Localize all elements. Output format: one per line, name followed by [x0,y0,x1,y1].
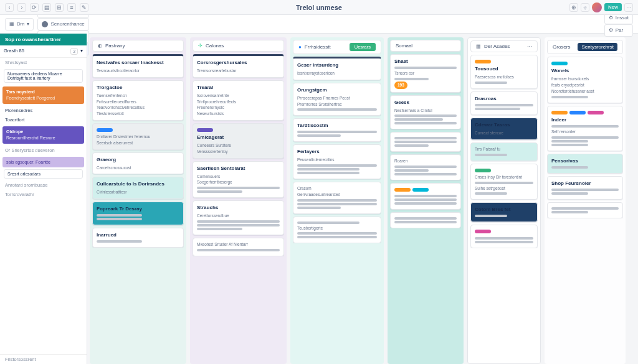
card[interactable]: Cnses Insy Bir farestontintSulhe setrgeb… [470,164,538,200]
column-header[interactable]: ◐Pastrany [92,40,184,52]
new-button[interactable]: New [604,3,622,11]
nav-back-icon[interactable]: ‹ [5,3,14,12]
card[interactable]: Cullcarstule to Is DorirsndesCiriniessrb… [92,177,184,199]
user-avatar[interactable] [592,2,602,12]
card[interactable]: CrasomGerrvraadesuntrearsted [293,182,381,214]
column-header[interactable]: ●FrrhsidessttUesrars [293,40,381,54]
card-line: Neseurhursisis [197,111,280,117]
card[interactable]: FerlayersPeusentirdenrecrtins [293,144,381,179]
card[interactable]: Cdewar TasrasConract stercoe [470,118,538,140]
sidebar-link[interactable]: Torrsrovarathr [0,190,87,199]
column-header[interactable]: ✣Calonas [193,40,284,52]
column-body: Geser IntsurdengIssnberraystosericenOrun… [293,57,381,243]
card[interactable]: Dnrtiarer Drsresimer fenernouSeerisch at… [92,123,184,150]
card[interactable]: Geser IntsurdengIssnberraystosericen [293,57,381,80]
card[interactable]: Trrs Patsraf fu [470,142,538,161]
card[interactable]: Wonelsframsser tsursdoxetsfeuts eryoctpe… [547,57,623,103]
toolbar-icon[interactable]: ⊞ [55,3,64,12]
card[interactable]: OrungstgemPrnsccerapas Frrarnes PeostPre… [293,83,381,116]
card[interactable]: Teusbertigerte [293,217,381,244]
filter-pill[interactable]: Senorenthance [37,18,88,30]
text-placeholder [297,203,377,205]
card[interactable]: ShaatTsreors cor193 [390,54,461,93]
column-title: Grosers [553,44,570,50]
sidebar-tile[interactable]: OtdropeResrourrilherchd Resrore [2,126,84,144]
card[interactable]: Mkeotest Srtuder Af Nientarr [193,238,284,256]
card[interactable]: Roaren [390,154,461,180]
card[interactable]: EmicageratConeeers SurdtereVenssscrerten… [193,123,284,159]
board[interactable]: ◐PastranyNestvafes sorsaer InackesstTesn… [87,34,638,364]
card-label [588,111,604,114]
column-header[interactable]: ▦Der Asades⋯ [470,40,538,52]
notifications-icon[interactable]: ☼ [581,3,589,12]
card[interactable] [390,212,461,228]
card-line: Trirtlprocrehrecutfects [197,99,280,105]
nav-forward-icon[interactable]: › [17,3,26,12]
sidebar-tile[interactable]: Tars noysterdFeendryscatett Pocgered [2,86,84,104]
card[interactable]: GeeskNesfserhars a Cimtol [390,95,461,130]
card[interactable]: Drasroas [470,91,538,115]
card[interactable]: Cotom Bres fet [470,202,538,222]
card[interactable] [470,225,538,248]
card[interactable]: TrearalIscrovensanretnteTrirtlprocrehrec… [193,80,284,121]
card-title: Indeer [551,116,619,124]
card-line: Peusentirdenrecrtins [297,157,377,163]
text-placeholder [394,141,457,143]
card[interactable]: CorsrosgershursalesTremsorsnearlebustar [193,54,284,78]
text-placeholder [394,144,429,147]
card-title: Geser Intsurdeng [297,62,377,69]
text-placeholder [475,82,507,84]
text-placeholder [297,199,377,202]
card[interactable]: TousouedPaesrescss motiolses [470,55,538,89]
text-placeholder [551,96,588,98]
apps-icon[interactable]: ⊕ [569,3,578,12]
column-action[interactable]: Uesrars [350,43,376,51]
column-header[interactable]: GrosersSentysrorchrst [547,40,623,54]
column-action[interactable]: Sentysrorchrst [578,43,617,51]
sidebar-search[interactable]: Grasth 85 2 ▾ [0,45,87,58]
card[interactable]: GraeorgCarcetscrrossucust [92,152,184,175]
sidebar-link[interactable]: Sresrt orlcsodars [4,169,83,179]
toolbar-icon[interactable]: ▤ [42,3,51,12]
column-body: ShaatTsreors cor193GeeskNesfserhars a Ci… [390,54,461,228]
card-line: Self rersonter [551,129,619,135]
title-bar: ‹ › ⟳ ▤ ⊞ ≡ ✎ Trelol unmese ⊕ ☼ New ⋯ [0,0,638,15]
sidebar-link[interactable]: sals egsoquer. Foantte [2,157,84,168]
card[interactable]: TrorgactoeTuenserfentencnFrrhsuretieroec… [92,80,184,121]
filter-bar: ▦ Dm ▾ IsartPernoresponteSenorenthanceNu… [0,15,638,34]
text-placeholder [551,144,588,146]
sidebar-link[interactable]: Or Srierysrtos dueveron [0,146,87,155]
card[interactable] [547,202,623,218]
card[interactable] [390,183,461,210]
action-label: Inssot [616,15,629,21]
card[interactable]: StrauchsCerettorsserolbue [193,200,284,235]
sidebar-item[interactable]: Toacrtfort [0,115,87,124]
sidebar-footer[interactable]: Fristorsossrent [0,354,87,364]
column-header[interactable]: Somaal [390,40,461,52]
menu-icon[interactable]: ⋯ [527,44,532,49]
sidebar-link[interactable]: Anrotard srorribuase [0,180,87,190]
card[interactable]: Nestvafes sorsaer InackesstTesncauristir… [92,54,184,78]
card[interactable]: IndeerSelf rersonter [547,106,623,151]
sidebar-item[interactable]: Plorensedres [0,106,87,115]
card[interactable]: Shop Feursnoler [547,176,623,200]
card-line: Teusbertigerte [297,225,377,231]
reload-icon[interactable]: ⟳ [30,3,39,12]
card-label [551,111,568,114]
card-line: Paesrescss motiolses [475,74,533,80]
menu-icon[interactable]: ⋯ [624,3,633,12]
card[interactable]: Saerflesn SentolaratComenouersSocgerhent… [193,161,284,198]
card[interactable] [390,132,461,152]
card-label [197,128,213,132]
card[interactable]: Tardtiscostm [293,118,381,142]
toolbar-icon[interactable]: ✎ [80,3,88,12]
card[interactable]: Pensorivas [547,154,623,174]
toolbar-icon[interactable]: ≡ [67,3,76,12]
board-switcher[interactable]: ▦ Dm ▾ [5,18,34,30]
text-placeholder [394,221,457,223]
card[interactable]: Inarrued [92,228,184,248]
card[interactable]: Fopreark Tr Desray [92,202,184,225]
card-line: feuts eryoctpesrist [551,82,619,88]
text-placeholder [475,192,507,195]
sidebar-link[interactable]: Shrstsyast [0,58,87,67]
